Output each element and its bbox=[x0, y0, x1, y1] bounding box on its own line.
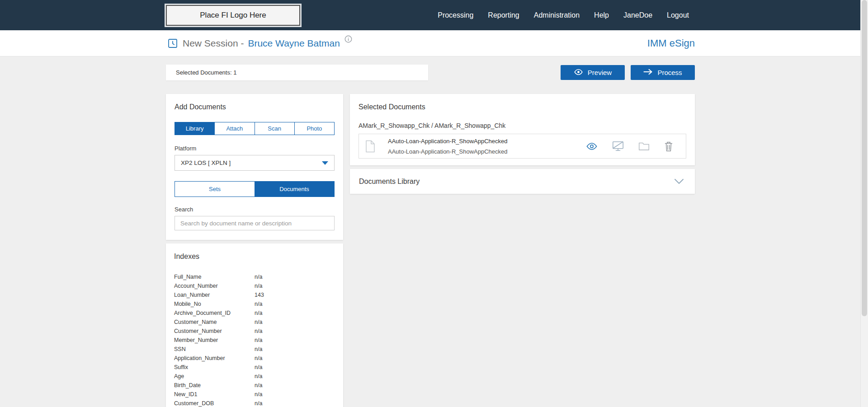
arrow-right-icon bbox=[643, 69, 653, 76]
preview-button-label: Preview bbox=[588, 69, 612, 76]
index-row: Customer_Number n/a bbox=[174, 327, 335, 336]
in-person-signing-monitor-icon[interactable] bbox=[612, 141, 624, 151]
index-label: Customer_DOB bbox=[174, 400, 255, 407]
process-button-label: Process bbox=[657, 69, 682, 76]
document-name-block: AAuto-Loan-Application-R_ShowAppChecked … bbox=[388, 136, 508, 157]
index-row: New_ID1 n/a bbox=[174, 390, 335, 399]
right-column: Selected Documents AMark_R_Showapp_Chk /… bbox=[350, 94, 695, 194]
index-label: Archive_Document_ID bbox=[174, 310, 255, 316]
index-row: Application_Number n/a bbox=[174, 354, 335, 363]
document-name: AAuto-Loan-Application-R_ShowAppChecked bbox=[388, 136, 508, 146]
documents-library-panel[interactable]: Documents Library bbox=[350, 169, 695, 194]
fi-logo-placeholder: Place FI Logo Here bbox=[166, 5, 300, 26]
index-row: SSN n/a bbox=[174, 345, 335, 354]
info-icon[interactable] bbox=[344, 35, 352, 43]
tab-library[interactable]: Library bbox=[175, 122, 214, 135]
nav-logout[interactable]: Logout bbox=[667, 11, 689, 19]
index-value: n/a bbox=[255, 319, 262, 325]
selected-documents-count: Selected Documents: 1 bbox=[176, 69, 236, 76]
document-icon bbox=[365, 140, 375, 153]
platform-label: Platform bbox=[175, 145, 335, 152]
main-content: Selected Documents: 1 Preview Process bbox=[0, 56, 868, 407]
index-row: Suffix n/a bbox=[174, 363, 335, 372]
index-label: SSN bbox=[174, 346, 255, 352]
selected-documents-title: Selected Documents bbox=[359, 103, 686, 111]
document-description: AAuto-Loan-Application-R_ShowAppChecked bbox=[388, 146, 508, 157]
index-value: n/a bbox=[255, 346, 262, 352]
documents-toggle-button[interactable]: Documents bbox=[255, 182, 334, 196]
index-label: Birth_Date bbox=[174, 382, 255, 388]
session-clock-icon bbox=[167, 38, 178, 49]
index-value: n/a bbox=[255, 364, 262, 370]
top-navigation-bar: Place FI Logo Here Processing Reporting … bbox=[0, 0, 868, 30]
platform-select-value: XP2 LOS [ XPLN ] bbox=[181, 159, 231, 166]
document-search-input[interactable] bbox=[175, 216, 335, 230]
page-header: New Session - Bruce Wayne Batman IMM eSi… bbox=[0, 30, 868, 56]
preview-button[interactable]: Preview bbox=[561, 65, 625, 80]
fi-logo-text: Place FI Logo Here bbox=[200, 11, 266, 20]
add-documents-title: Add Documents bbox=[175, 103, 335, 111]
add-documents-panel: Add Documents Library Attach Scan Photo … bbox=[166, 94, 343, 240]
tab-photo[interactable]: Photo bbox=[294, 122, 334, 135]
search-label: Search bbox=[175, 206, 335, 213]
index-label: Member_Number bbox=[174, 337, 255, 343]
index-value: n/a bbox=[255, 373, 262, 379]
index-row: Full_Name n/a bbox=[174, 272, 335, 281]
page-title: New Session - bbox=[183, 38, 244, 49]
index-label: Account_Number bbox=[174, 283, 255, 289]
index-row: Customer_Name n/a bbox=[174, 318, 335, 327]
indexes-title: Indexes bbox=[174, 253, 335, 261]
index-row: Mobile_No n/a bbox=[174, 299, 335, 309]
index-row: Member_Number n/a bbox=[174, 336, 335, 345]
add-documents-tabbar: Library Attach Scan Photo bbox=[175, 122, 335, 135]
process-button[interactable]: Process bbox=[631, 65, 695, 80]
sets-toggle-button[interactable]: Sets bbox=[175, 182, 255, 196]
index-label: Suffix bbox=[174, 364, 255, 370]
chevron-down-icon[interactable] bbox=[674, 178, 684, 184]
index-row: Loan_Number 143 bbox=[174, 290, 335, 299]
view-document-eye-icon[interactable] bbox=[586, 142, 598, 150]
toolbar-row: Selected Documents: 1 Preview Process bbox=[166, 65, 695, 80]
session-customer-link[interactable]: Bruce Wayne Batman bbox=[248, 38, 340, 49]
index-label: Customer_Name bbox=[174, 319, 255, 325]
nav-processing[interactable]: Processing bbox=[438, 11, 473, 19]
index-value: n/a bbox=[255, 310, 262, 316]
index-value: 143 bbox=[255, 292, 264, 298]
document-set-path: AMark_R_Showapp_Chk / AMark_R_Showapp_Ch… bbox=[359, 122, 686, 129]
index-row: Customer_DOB n/a bbox=[174, 399, 335, 407]
index-label: Full_Name bbox=[174, 274, 255, 280]
nav-reporting[interactable]: Reporting bbox=[488, 11, 519, 19]
tab-scan[interactable]: Scan bbox=[255, 122, 294, 135]
dropdown-caret-icon bbox=[322, 161, 328, 165]
index-value: n/a bbox=[255, 283, 262, 289]
vertical-scrollbar[interactable] bbox=[860, 0, 868, 407]
delete-trash-icon[interactable] bbox=[664, 141, 673, 152]
indexes-panel: Indexes Full_Name n/a Account_Number n/a bbox=[166, 243, 343, 407]
index-value: n/a bbox=[255, 301, 262, 307]
index-label: Loan_Number bbox=[174, 292, 255, 298]
platform-select[interactable]: XP2 LOS [ XPLN ] bbox=[175, 155, 335, 171]
sets-documents-toggle: Sets Documents bbox=[175, 181, 335, 197]
index-value: n/a bbox=[255, 400, 262, 407]
selected-documents-panel: Selected Documents AMark_R_Showapp_Chk /… bbox=[350, 94, 695, 165]
scrollbar-thumb[interactable] bbox=[862, 0, 867, 316]
eye-icon bbox=[574, 69, 583, 77]
index-label: Application_Number bbox=[174, 355, 255, 361]
index-value: n/a bbox=[255, 355, 262, 361]
selected-document-row: AAuto-Loan-Application-R_ShowAppChecked … bbox=[359, 134, 686, 159]
top-nav-menu: Processing Reporting Administration Help… bbox=[438, 11, 689, 19]
index-value: n/a bbox=[255, 328, 262, 334]
documents-library-title: Documents Library bbox=[359, 178, 420, 186]
folder-icon[interactable] bbox=[638, 142, 650, 151]
index-value: n/a bbox=[255, 337, 262, 343]
brand-title: IMM eSign bbox=[647, 37, 695, 49]
index-label: Customer_Number bbox=[174, 328, 255, 334]
nav-help[interactable]: Help bbox=[594, 11, 609, 19]
tab-attach[interactable]: Attach bbox=[214, 122, 254, 135]
index-value: n/a bbox=[255, 274, 262, 280]
document-actions bbox=[586, 141, 673, 152]
nav-user-janedoe[interactable]: JaneDoe bbox=[623, 11, 652, 19]
index-row: Age n/a bbox=[174, 372, 335, 381]
nav-administration[interactable]: Administration bbox=[534, 11, 580, 19]
index-label: Mobile_No bbox=[174, 301, 255, 307]
